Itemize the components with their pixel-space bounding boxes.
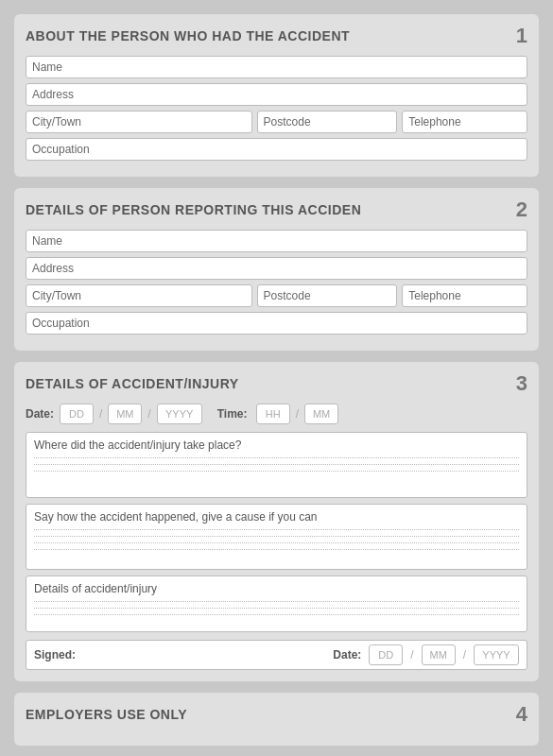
occupation-row-1: Occupation bbox=[26, 138, 527, 161]
address-field-2[interactable]: Address bbox=[26, 257, 527, 280]
dotted-line-6 bbox=[34, 542, 519, 543]
dotted-line-2 bbox=[34, 464, 519, 465]
how-accident-label: Say how the accident happened, give a ca… bbox=[34, 510, 519, 524]
dotted-line-3 bbox=[34, 471, 519, 472]
date-mm-field[interactable]: MM bbox=[108, 404, 142, 424]
signed-label: Signed: bbox=[34, 648, 76, 662]
date-yyyy-field[interactable]: YYYY bbox=[157, 404, 202, 424]
postcode-field-1[interactable]: Postcode bbox=[257, 111, 398, 133]
name-row-1: Name bbox=[26, 56, 527, 78]
occupation-field-1[interactable]: Occupation bbox=[26, 138, 527, 161]
how-accident-box[interactable]: Say how the accident happened, give a ca… bbox=[26, 504, 527, 570]
signed-row: Signed: Date: DD / MM / YYYY bbox=[26, 640, 527, 670]
section-4: EMPLOYERS USE ONLY 4 bbox=[14, 693, 539, 746]
section-4-header: EMPLOYERS USE ONLY 4 bbox=[26, 702, 527, 727]
section-2-number: 2 bbox=[516, 198, 527, 222]
address-row-2: Address bbox=[26, 257, 527, 280]
where-accident-label: Where did the accident/injury take place… bbox=[34, 438, 519, 452]
signed-sep-1: / bbox=[410, 648, 413, 662]
time-mm-field[interactable]: MM bbox=[304, 404, 338, 424]
address-field-1[interactable]: Address bbox=[26, 83, 527, 106]
section-2-title: DETAILS OF PERSON REPORTING THIS ACCIDEN bbox=[26, 202, 361, 217]
section-2: DETAILS OF PERSON REPORTING THIS ACCIDEN… bbox=[14, 188, 539, 351]
details-injury-box[interactable]: Details of accident/injury bbox=[26, 576, 527, 632]
section-1: ABOUT THE PERSON WHO HAD THE ACCIDENT 1 … bbox=[14, 14, 539, 177]
section-3-header: DETAILS OF ACCIDENT/INJURY 3 bbox=[26, 371, 527, 396]
city-postcode-tel-row-2: City/Town Postcode Telephone bbox=[26, 284, 527, 307]
telephone-field-1[interactable]: Telephone bbox=[402, 111, 527, 133]
date-sep-2: / bbox=[147, 407, 150, 421]
section-1-header: ABOUT THE PERSON WHO HAD THE ACCIDENT 1 bbox=[26, 24, 527, 48]
name-field-1[interactable]: Name bbox=[26, 56, 527, 78]
section-1-title: ABOUT THE PERSON WHO HAD THE ACCIDENT bbox=[26, 28, 350, 43]
name-row-2: Name bbox=[26, 230, 527, 252]
dotted-line-4 bbox=[34, 529, 519, 530]
signed-yyyy-field[interactable]: YYYY bbox=[474, 644, 519, 665]
section-4-number: 4 bbox=[516, 702, 527, 727]
signed-dd-field[interactable]: DD bbox=[369, 644, 403, 665]
dotted-line-1 bbox=[34, 457, 519, 458]
date-time-row: Date: DD / MM / YYYY Time: HH / MM bbox=[26, 404, 527, 424]
city-field-1[interactable]: City/Town bbox=[26, 111, 252, 133]
postcode-field-2[interactable]: Postcode bbox=[257, 284, 398, 307]
dotted-line-7 bbox=[34, 549, 519, 550]
address-row-1: Address bbox=[26, 83, 527, 106]
details-injury-label: Details of accident/injury bbox=[34, 582, 519, 595]
section-2-header: DETAILS OF PERSON REPORTING THIS ACCIDEN… bbox=[26, 198, 527, 222]
section-1-number: 1 bbox=[516, 24, 527, 48]
telephone-field-2[interactable]: Telephone bbox=[402, 284, 527, 307]
section-3-title: DETAILS OF ACCIDENT/INJURY bbox=[26, 376, 239, 391]
name-field-2[interactable]: Name bbox=[26, 230, 527, 252]
time-label: Time: bbox=[217, 407, 251, 421]
date-sep-1: / bbox=[99, 407, 102, 421]
time-hh-field[interactable]: HH bbox=[256, 404, 290, 424]
date-label: Date: bbox=[26, 407, 54, 421]
occupation-row-2: Occupation bbox=[26, 312, 527, 335]
signed-date-label: Date: bbox=[333, 648, 361, 662]
dotted-line-8 bbox=[34, 601, 519, 602]
dotted-line-10 bbox=[34, 614, 519, 615]
section-3-number: 3 bbox=[516, 371, 527, 396]
city-field-2[interactable]: City/Town bbox=[26, 284, 252, 307]
section-4-title: EMPLOYERS USE ONLY bbox=[26, 707, 187, 722]
signed-sep-2: / bbox=[463, 648, 466, 662]
occupation-field-2[interactable]: Occupation bbox=[26, 312, 527, 335]
dotted-line-9 bbox=[34, 608, 519, 609]
dotted-line-5 bbox=[34, 536, 519, 537]
where-accident-box[interactable]: Where did the accident/injury take place… bbox=[26, 432, 527, 498]
city-postcode-tel-row-1: City/Town Postcode Telephone bbox=[26, 111, 527, 133]
signed-mm-field[interactable]: MM bbox=[422, 644, 456, 665]
date-dd-field[interactable]: DD bbox=[60, 404, 94, 424]
section-3: DETAILS OF ACCIDENT/INJURY 3 Date: DD / … bbox=[14, 362, 539, 681]
time-sep: / bbox=[296, 407, 299, 421]
